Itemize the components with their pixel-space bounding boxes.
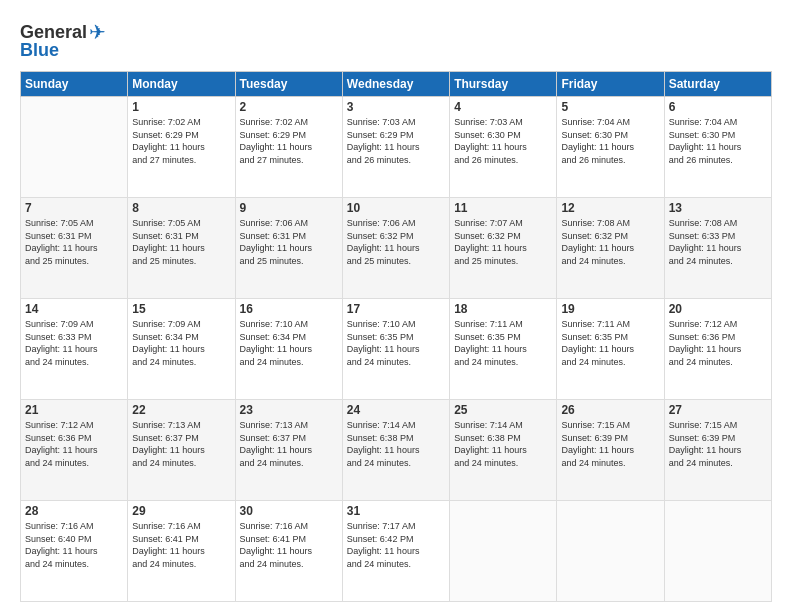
day-info: Sunrise: 7:13 AM Sunset: 6:37 PM Dayligh… — [240, 419, 338, 469]
calendar-cell: 19Sunrise: 7:11 AM Sunset: 6:35 PM Dayli… — [557, 299, 664, 400]
calendar-header-row: SundayMondayTuesdayWednesdayThursdayFrid… — [21, 72, 772, 97]
calendar-cell: 30Sunrise: 7:16 AM Sunset: 6:41 PM Dayli… — [235, 501, 342, 602]
day-number: 24 — [347, 403, 445, 417]
calendar-cell: 27Sunrise: 7:15 AM Sunset: 6:39 PM Dayli… — [664, 400, 771, 501]
day-number: 26 — [561, 403, 659, 417]
day-number: 7 — [25, 201, 123, 215]
calendar-cell: 26Sunrise: 7:15 AM Sunset: 6:39 PM Dayli… — [557, 400, 664, 501]
calendar-cell: 10Sunrise: 7:06 AM Sunset: 6:32 PM Dayli… — [342, 198, 449, 299]
day-info: Sunrise: 7:15 AM Sunset: 6:39 PM Dayligh… — [669, 419, 767, 469]
day-number: 11 — [454, 201, 552, 215]
day-number: 15 — [132, 302, 230, 316]
day-number: 4 — [454, 100, 552, 114]
weekday-header: Sunday — [21, 72, 128, 97]
day-number: 31 — [347, 504, 445, 518]
day-number: 20 — [669, 302, 767, 316]
day-info: Sunrise: 7:02 AM Sunset: 6:29 PM Dayligh… — [132, 116, 230, 166]
day-number: 13 — [669, 201, 767, 215]
day-number: 30 — [240, 504, 338, 518]
calendar-week-row: 28Sunrise: 7:16 AM Sunset: 6:40 PM Dayli… — [21, 501, 772, 602]
day-info: Sunrise: 7:08 AM Sunset: 6:33 PM Dayligh… — [669, 217, 767, 267]
calendar-cell: 31Sunrise: 7:17 AM Sunset: 6:42 PM Dayli… — [342, 501, 449, 602]
calendar-cell: 6Sunrise: 7:04 AM Sunset: 6:30 PM Daylig… — [664, 97, 771, 198]
day-info: Sunrise: 7:11 AM Sunset: 6:35 PM Dayligh… — [454, 318, 552, 368]
calendar-week-row: 14Sunrise: 7:09 AM Sunset: 6:33 PM Dayli… — [21, 299, 772, 400]
calendar-cell: 24Sunrise: 7:14 AM Sunset: 6:38 PM Dayli… — [342, 400, 449, 501]
calendar-cell: 14Sunrise: 7:09 AM Sunset: 6:33 PM Dayli… — [21, 299, 128, 400]
day-number: 3 — [347, 100, 445, 114]
day-info: Sunrise: 7:12 AM Sunset: 6:36 PM Dayligh… — [669, 318, 767, 368]
weekday-header: Friday — [557, 72, 664, 97]
day-info: Sunrise: 7:07 AM Sunset: 6:32 PM Dayligh… — [454, 217, 552, 267]
calendar-cell: 5Sunrise: 7:04 AM Sunset: 6:30 PM Daylig… — [557, 97, 664, 198]
day-info: Sunrise: 7:03 AM Sunset: 6:29 PM Dayligh… — [347, 116, 445, 166]
day-number: 25 — [454, 403, 552, 417]
day-info: Sunrise: 7:10 AM Sunset: 6:34 PM Dayligh… — [240, 318, 338, 368]
day-number: 9 — [240, 201, 338, 215]
day-number: 12 — [561, 201, 659, 215]
page: General ✈ Blue SundayMondayTuesdayWednes… — [0, 0, 792, 612]
weekday-header: Tuesday — [235, 72, 342, 97]
day-info: Sunrise: 7:10 AM Sunset: 6:35 PM Dayligh… — [347, 318, 445, 368]
day-info: Sunrise: 7:14 AM Sunset: 6:38 PM Dayligh… — [454, 419, 552, 469]
day-info: Sunrise: 7:09 AM Sunset: 6:33 PM Dayligh… — [25, 318, 123, 368]
day-number: 6 — [669, 100, 767, 114]
day-number: 16 — [240, 302, 338, 316]
logo-bird-icon: ✈ — [89, 20, 106, 44]
day-number: 17 — [347, 302, 445, 316]
day-number: 27 — [669, 403, 767, 417]
calendar-cell: 8Sunrise: 7:05 AM Sunset: 6:31 PM Daylig… — [128, 198, 235, 299]
calendar-cell: 22Sunrise: 7:13 AM Sunset: 6:37 PM Dayli… — [128, 400, 235, 501]
calendar-cell — [450, 501, 557, 602]
day-number: 18 — [454, 302, 552, 316]
weekday-header: Thursday — [450, 72, 557, 97]
day-info: Sunrise: 7:15 AM Sunset: 6:39 PM Dayligh… — [561, 419, 659, 469]
day-number: 5 — [561, 100, 659, 114]
day-number: 1 — [132, 100, 230, 114]
day-info: Sunrise: 7:16 AM Sunset: 6:41 PM Dayligh… — [240, 520, 338, 570]
calendar-week-row: 1Sunrise: 7:02 AM Sunset: 6:29 PM Daylig… — [21, 97, 772, 198]
day-info: Sunrise: 7:16 AM Sunset: 6:41 PM Dayligh… — [132, 520, 230, 570]
calendar-cell: 7Sunrise: 7:05 AM Sunset: 6:31 PM Daylig… — [21, 198, 128, 299]
day-number: 8 — [132, 201, 230, 215]
day-info: Sunrise: 7:02 AM Sunset: 6:29 PM Dayligh… — [240, 116, 338, 166]
day-info: Sunrise: 7:08 AM Sunset: 6:32 PM Dayligh… — [561, 217, 659, 267]
calendar-cell: 29Sunrise: 7:16 AM Sunset: 6:41 PM Dayli… — [128, 501, 235, 602]
calendar-cell: 23Sunrise: 7:13 AM Sunset: 6:37 PM Dayli… — [235, 400, 342, 501]
calendar-cell: 11Sunrise: 7:07 AM Sunset: 6:32 PM Dayli… — [450, 198, 557, 299]
calendar-cell — [664, 501, 771, 602]
day-number: 29 — [132, 504, 230, 518]
day-info: Sunrise: 7:03 AM Sunset: 6:30 PM Dayligh… — [454, 116, 552, 166]
day-number: 10 — [347, 201, 445, 215]
calendar-cell: 28Sunrise: 7:16 AM Sunset: 6:40 PM Dayli… — [21, 501, 128, 602]
day-info: Sunrise: 7:14 AM Sunset: 6:38 PM Dayligh… — [347, 419, 445, 469]
calendar-cell: 18Sunrise: 7:11 AM Sunset: 6:35 PM Dayli… — [450, 299, 557, 400]
day-info: Sunrise: 7:05 AM Sunset: 6:31 PM Dayligh… — [25, 217, 123, 267]
day-info: Sunrise: 7:06 AM Sunset: 6:32 PM Dayligh… — [347, 217, 445, 267]
day-number: 21 — [25, 403, 123, 417]
day-info: Sunrise: 7:11 AM Sunset: 6:35 PM Dayligh… — [561, 318, 659, 368]
day-number: 23 — [240, 403, 338, 417]
day-info: Sunrise: 7:05 AM Sunset: 6:31 PM Dayligh… — [132, 217, 230, 267]
day-number: 14 — [25, 302, 123, 316]
calendar-cell: 21Sunrise: 7:12 AM Sunset: 6:36 PM Dayli… — [21, 400, 128, 501]
weekday-header: Monday — [128, 72, 235, 97]
day-info: Sunrise: 7:17 AM Sunset: 6:42 PM Dayligh… — [347, 520, 445, 570]
weekday-header: Saturday — [664, 72, 771, 97]
calendar-cell: 4Sunrise: 7:03 AM Sunset: 6:30 PM Daylig… — [450, 97, 557, 198]
day-number: 2 — [240, 100, 338, 114]
calendar-cell: 1Sunrise: 7:02 AM Sunset: 6:29 PM Daylig… — [128, 97, 235, 198]
logo: General ✈ Blue — [20, 20, 106, 61]
calendar-cell: 13Sunrise: 7:08 AM Sunset: 6:33 PM Dayli… — [664, 198, 771, 299]
calendar-cell: 12Sunrise: 7:08 AM Sunset: 6:32 PM Dayli… — [557, 198, 664, 299]
calendar-table: SundayMondayTuesdayWednesdayThursdayFrid… — [20, 71, 772, 602]
weekday-header: Wednesday — [342, 72, 449, 97]
logo-blue: Blue — [20, 40, 59, 61]
calendar-cell: 9Sunrise: 7:06 AM Sunset: 6:31 PM Daylig… — [235, 198, 342, 299]
day-info: Sunrise: 7:12 AM Sunset: 6:36 PM Dayligh… — [25, 419, 123, 469]
calendar-cell: 3Sunrise: 7:03 AM Sunset: 6:29 PM Daylig… — [342, 97, 449, 198]
day-number: 28 — [25, 504, 123, 518]
calendar-cell: 15Sunrise: 7:09 AM Sunset: 6:34 PM Dayli… — [128, 299, 235, 400]
day-number: 22 — [132, 403, 230, 417]
day-number: 19 — [561, 302, 659, 316]
